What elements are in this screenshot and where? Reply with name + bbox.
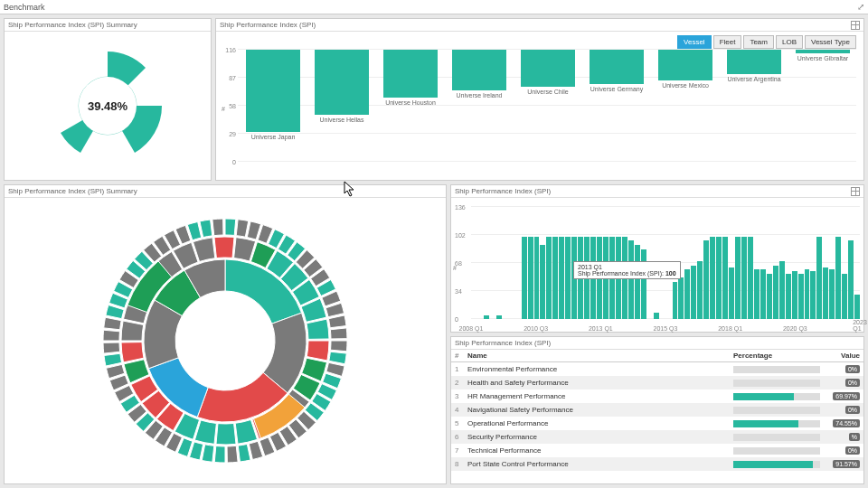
quarter-bar[interactable] — [691, 266, 696, 319]
quarter-bar[interactable] — [842, 274, 847, 319]
quarter-bar[interactable] — [678, 277, 684, 319]
quarter-bar[interactable] — [748, 237, 753, 319]
app-topbar: Benchmark ⤢ — [0, 0, 868, 14]
quarter-bar[interactable] — [754, 269, 760, 319]
quarter-bar[interactable] — [534, 237, 540, 319]
quarter-bar[interactable] — [565, 237, 571, 319]
panel-title: Ship Performance Index (SPI) Summary — [8, 21, 137, 29]
table-row[interactable]: 4Navigational Safety Performance0% — [451, 403, 863, 417]
bar-col[interactable]: Universe Gibraltar — [789, 50, 856, 162]
quarter-bar[interactable] — [835, 237, 841, 319]
quarter-bar[interactable] — [767, 274, 772, 319]
quarter-bar[interactable] — [829, 269, 835, 319]
page-title: Benchmark — [4, 3, 45, 12]
quarter-bar[interactable] — [641, 249, 646, 320]
bar-col[interactable]: Universe Germany — [583, 50, 650, 162]
quarter-bar[interactable] — [854, 295, 860, 319]
quarter-bar[interactable] — [559, 237, 564, 319]
quarter-bar[interactable] — [697, 261, 703, 319]
quarter-bar[interactable] — [786, 274, 791, 319]
panel-title: Ship Performance Index (SPI) — [455, 339, 551, 347]
grid-icon[interactable] — [851, 21, 860, 30]
table-row[interactable]: 5Operational Performance74.55% — [451, 417, 863, 430]
bar-col[interactable]: Universe Houston — [377, 50, 444, 162]
quarter-bar[interactable] — [703, 240, 709, 319]
panel-vessel-bar: Ship Performance Index (SPI) VesselFleet… — [215, 18, 864, 181]
gauge-chart: 39.48% — [8, 35, 207, 176]
table-row[interactable]: 2Health and Safety Performance0% — [451, 376, 863, 389]
quarter-bar[interactable] — [528, 237, 533, 319]
sunburst-chart — [8, 202, 442, 480]
quarter-bar[interactable] — [760, 269, 766, 319]
quarter-bar[interactable] — [779, 261, 785, 319]
table-row[interactable]: 8Port State Control Performance91.57% — [451, 457, 863, 471]
grid-icon[interactable] — [851, 187, 860, 196]
quarter-bar[interactable] — [716, 237, 722, 319]
quarter-bar[interactable] — [805, 269, 810, 319]
expand-icon[interactable]: ⤢ — [857, 2, 864, 12]
panel-title: Ship Performance Index (SPI) — [455, 187, 551, 195]
quarter-bar[interactable] — [848, 240, 854, 319]
quarter-bar[interactable] — [635, 245, 640, 319]
table-header: # Name Percentage Value — [451, 350, 863, 362]
quarter-bar[interactable] — [673, 282, 678, 319]
gauge-value: 39.48% — [88, 99, 127, 113]
chart-tooltip: 2013 Q1 Ship Performance Index (SPI): 10… — [573, 261, 681, 279]
quarter-bar[interactable] — [729, 267, 734, 319]
bar-col[interactable]: Universe Ireland — [446, 50, 513, 162]
table-row[interactable]: 7Technical Performance0% — [451, 444, 863, 457]
quarter-bar[interactable] — [484, 315, 489, 319]
table-row[interactable]: 1Environmental Performance0% — [451, 362, 863, 376]
quarter-bar[interactable] — [710, 237, 715, 319]
quarter-bar[interactable] — [722, 237, 728, 319]
panel-quarterly-bar: Ship Performance Index (SPI) # 034681021… — [450, 184, 864, 333]
panel-header: Ship Performance Index (SPI) Summary — [5, 19, 211, 32]
table-row[interactable]: 3HR Management Performance69.97% — [451, 389, 863, 403]
table-row[interactable]: 6Security Performance% — [451, 430, 863, 444]
panel-table: Ship Performance Index (SPI) # Name Perc… — [450, 336, 864, 484]
quarter-bar[interactable] — [496, 315, 502, 319]
panel-sunburst: Ship Performance Index (SPI) Summary — [4, 184, 447, 484]
quarter-bar[interactable] — [628, 240, 634, 319]
quarter-bar[interactable] — [792, 271, 797, 319]
quarter-bar[interactable] — [654, 313, 659, 319]
quarter-bar[interactable] — [798, 274, 804, 319]
bar-col[interactable]: Universe Chile — [514, 50, 581, 162]
quarter-bar[interactable] — [741, 237, 747, 319]
quarter-bar[interactable] — [522, 237, 527, 319]
quarter-bar[interactable] — [684, 269, 690, 319]
y-axis-label: # — [222, 106, 225, 112]
bar-col[interactable]: Universe Argentina — [721, 50, 788, 162]
quarter-bar[interactable] — [735, 237, 741, 319]
quarter-bar[interactable] — [552, 237, 558, 319]
quarter-bar[interactable] — [546, 237, 552, 319]
quarter-bar[interactable] — [773, 266, 778, 319]
bar-col[interactable]: Universe Japan — [240, 50, 307, 162]
quarter-bar[interactable] — [540, 245, 545, 319]
panel-title: Ship Performance Index (SPI) Summary — [8, 187, 137, 195]
quarter-bar[interactable] — [810, 271, 816, 319]
bar-col[interactable]: Universe Hellas — [308, 50, 375, 162]
quarter-bar[interactable] — [816, 237, 822, 319]
bar-col[interactable]: Universe Mexico — [652, 50, 719, 162]
panel-title: Ship Performance Index (SPI) — [220, 21, 316, 29]
quarter-bar[interactable] — [823, 267, 828, 319]
vessel-bar-chart: # 0295887116 Universe JapanUniverse Hell… — [220, 35, 860, 176]
panel-gauge: Ship Performance Index (SPI) Summary 39.… — [4, 18, 212, 181]
